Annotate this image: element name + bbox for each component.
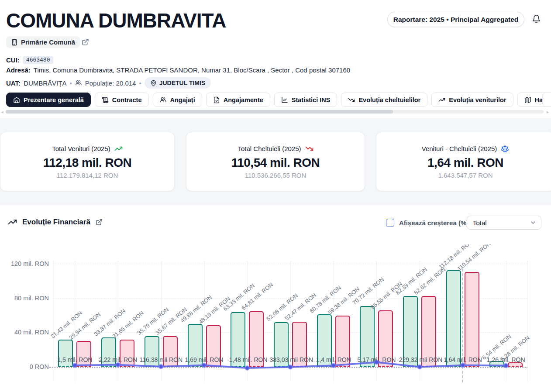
scroll-right-icon[interactable]: ▸ (547, 109, 549, 115)
tab-contracte[interactable]: Contracte (95, 93, 149, 107)
scroll-left-icon[interactable]: ◂ (1, 109, 3, 115)
report-period-selector[interactable]: Raportare: 2025 • Principal Aggregated (387, 12, 524, 27)
county-badge[interactable]: JUDETUL TIMIS (145, 77, 211, 89)
map-icon (524, 96, 531, 103)
trend-up-icon (114, 144, 123, 153)
section-title: Evoluție Financiară (22, 218, 90, 227)
bar-value-label: 52,08 mil. RON (265, 292, 299, 322)
difference-label: 2,22 mil. RON (99, 356, 137, 363)
card-label: Venituri - Cheltuieli (2025) (422, 145, 497, 152)
tab-label: Angajați (170, 96, 195, 103)
v-gridline (334, 261, 334, 382)
card-total-venituri: Total Venituri (2025) 112,18 mil. RON 11… (0, 132, 175, 191)
card-venituri-minus-cheltuieli: Venituri - Cheltuieli (2025) 1,64 mil. R… (376, 132, 551, 191)
chevron-down-icon (530, 219, 537, 226)
map-pin-icon (150, 80, 157, 86)
trend-up-icon (8, 217, 17, 227)
page-title: COMUNA DUMBRAVITA (6, 9, 226, 32)
external-link-icon[interactable] (96, 219, 103, 226)
chart-icon (281, 96, 288, 103)
tab-evolutia-cheltuielilor[interactable]: Evoluția cheltuielilor (341, 93, 427, 107)
population-label: Populație: 20.014 (85, 79, 136, 87)
card-label: Total Venituri (2025) (52, 145, 110, 152)
address-value: Timis, Comuna Dumbravita, STRADA PETOFI … (34, 66, 350, 74)
tab-prezentare-generala[interactable]: Prezentare generală (6, 93, 91, 107)
card-exact-value: 1.643.547,57 RON (376, 172, 551, 179)
trend-up-icon (438, 96, 445, 103)
y-axis-tick-label: 40 mil. RON (5, 329, 49, 336)
tab-label: Angajamente (224, 96, 263, 103)
cui-label: CUI: (6, 56, 20, 64)
entity-type-label: Primărie Comună (21, 38, 75, 46)
tab-partial[interactable] (542, 93, 551, 107)
bar-cheltuieli[interactable] (465, 272, 479, 367)
dot-separator: • (139, 79, 141, 87)
bar-venituri[interactable] (446, 270, 461, 367)
tab-label: Evoluția cheltuielilor (358, 96, 420, 103)
finance-evolution-chart: 0 RON40 mil. RON80 mil. RON120 mil. RON3… (0, 244, 551, 392)
v-gridline (527, 261, 528, 382)
v-gridline (506, 261, 506, 382)
difference-label: -229,32 mii RON (397, 356, 442, 363)
card-label: Total Cheltuieli (2025) (238, 145, 301, 152)
card-value: 110,54 mil. RON (186, 156, 365, 170)
difference-label: -1,48 mil. RON (227, 356, 268, 363)
tab-angajati[interactable]: Angajați (153, 93, 202, 107)
v-gridline (53, 261, 54, 382)
zero-axis-line (49, 367, 527, 368)
trend-down-icon (348, 96, 355, 103)
difference-label: 1,69 mil. RON (185, 356, 224, 363)
report-period-label: Raportare: 2025 • Principal Aggregated (393, 16, 519, 24)
difference-label: 1,64 mil. RON (444, 356, 482, 363)
y-axis-tick-label: 80 mil. RON (5, 295, 49, 302)
entity-type-badge: Primărie Comună (6, 36, 80, 48)
difference-label: 1,26 mil. RON (487, 356, 525, 363)
difference-label: 1,5 mil. RON (57, 356, 92, 363)
dot-separator: • (69, 79, 72, 87)
selected-year-indicator (462, 269, 463, 382)
card-exact-value: 112.179.814,12 RON (0, 172, 174, 179)
tab-label: Contracte (112, 96, 142, 103)
scale-icon (501, 144, 509, 153)
y-axis-tick-label: 120 mil. RON (5, 260, 49, 267)
growth-checkbox-label: Afișează creșterea (%) (399, 219, 468, 227)
building-icon (11, 39, 18, 46)
difference-label: -383,03 mii RON (268, 356, 313, 363)
uat-label: UAT: (6, 79, 21, 87)
tab-label: Evoluția veniturilor (449, 96, 506, 103)
finance-section-header: Evoluție Financiară (8, 217, 103, 227)
external-link-icon[interactable] (82, 38, 89, 46)
card-value: 1,64 mil. RON (376, 156, 551, 170)
document-icon (213, 96, 220, 103)
card-exact-value: 110.536.266,55 RON (186, 172, 365, 179)
tab-evolutia-veniturilor[interactable]: Evoluția veniturilor (431, 93, 513, 107)
county-label: JUDETUL TIMIS (159, 79, 206, 86)
total-filter-select[interactable]: Total (467, 216, 541, 230)
card-total-cheltuieli: Total Cheltuieli (2025) 110,54 mil. RON … (186, 132, 365, 191)
bell-icon[interactable] (532, 14, 541, 24)
v-gridline (247, 261, 248, 382)
difference-label: 116,38 mii RON (140, 356, 183, 363)
y-axis-tick-label: 0 RON (5, 363, 49, 370)
growth-percent-checkbox[interactable] (386, 219, 394, 227)
tab-label: Statistici INS (292, 96, 331, 103)
v-gridline (118, 261, 118, 382)
address-row: Adresă: Timis, Comuna Dumbravita, STRADA… (6, 66, 350, 74)
people-icon (75, 79, 82, 86)
trend-down-icon (305, 144, 313, 153)
v-gridline (290, 261, 291, 382)
difference-label: 5,17 mil. RON (357, 356, 396, 363)
tab-bar: Prezentare generală Contracte Angajați A… (6, 93, 551, 107)
address-label: Adresă: (6, 66, 31, 74)
cui-row: CUI: 4663480 (6, 56, 53, 64)
card-value: 112,18 mil. RON (0, 156, 174, 170)
cui-value: 4663480 (23, 56, 54, 64)
tab-label: Prezentare generală (24, 96, 84, 103)
home-icon (13, 96, 20, 103)
uat-row: UAT: DUMBRĂVIȚA • Populație: 20.014 • JU… (6, 77, 211, 89)
select-value: Total (473, 219, 487, 227)
tabs-scrollbar-thumb[interactable] (6, 110, 393, 113)
page: COMUNA DUMBRAVITA Primărie Comună CUI: 4… (0, 0, 551, 392)
tab-statistici-ins[interactable]: Statistici INS (274, 93, 337, 107)
tab-angajamente[interactable]: Angajamente (206, 93, 270, 107)
